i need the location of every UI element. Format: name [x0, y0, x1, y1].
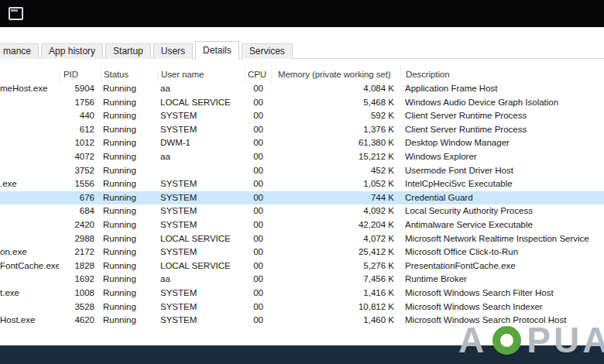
cell-user: SYSTEM	[158, 218, 245, 232]
cell-user: aa	[158, 150, 245, 164]
cell-memory: 744 K	[271, 191, 400, 205]
cell-pid: 1012	[59, 136, 101, 150]
cell-description: Client Server Runtime Process	[400, 123, 604, 137]
tab-services[interactable]: Services	[242, 43, 293, 59]
cell-name: Host.exe	[0, 314, 59, 328]
cell-memory: 4,084 K	[271, 82, 400, 96]
tab-startup[interactable]: Startup	[105, 43, 151, 59]
table-row[interactable]: 684RunningSYSTEM004,092 KLocal Security …	[0, 204, 604, 218]
cell-name: .exe	[0, 177, 59, 191]
cell-pid: 5904	[59, 82, 101, 96]
watermark-letter-a: A	[458, 319, 487, 361]
table-row[interactable]: 1012RunningDWM-10061,380 KDesktop Window…	[0, 136, 604, 150]
column-header-description[interactable]: Description	[400, 67, 604, 82]
cell-cpu: 00	[245, 204, 271, 218]
table-row[interactable]: 676RunningSYSTEM00744 KCredential Guard	[0, 191, 604, 205]
column-header-user-name[interactable]: User name	[158, 67, 245, 82]
column-header-memory[interactable]: Memory (private working set)	[271, 67, 400, 82]
cell-description: Microsoft Office Click-to-Run	[400, 246, 604, 259]
table-row[interactable]: 2420RunningSYSTEM0042,204 KAntimalware S…	[0, 218, 604, 232]
cell-description: Desktop Window Manager	[400, 136, 604, 150]
tab-app-history[interactable]: App history	[41, 43, 103, 59]
column-header-status[interactable]: Status	[101, 67, 158, 82]
cell-memory: 61,380 K	[271, 136, 400, 150]
cell-name	[0, 232, 59, 246]
column-header-pid[interactable]: PID	[59, 67, 101, 82]
cell-user: LOCAL SERVICE	[158, 232, 245, 246]
cell-user: SYSTEM	[158, 287, 245, 300]
cell-user: SYSTEM	[158, 191, 245, 205]
cell-pid: 1756	[59, 96, 101, 110]
cell-name	[0, 273, 59, 287]
cell-cpu: 00	[245, 232, 271, 246]
appuals-watermark: A PUA	[458, 319, 604, 361]
table-row[interactable]: 3752Running00452 KUsermode Font Driver H…	[0, 164, 604, 178]
cell-user: SYSTEM	[158, 314, 245, 328]
table-row[interactable]: 4072Runningaa0015,212 KWindows Explorer	[0, 150, 604, 164]
tab-details[interactable]: Details	[195, 41, 239, 60]
cell-cpu: 00	[245, 300, 271, 314]
table-row[interactable]: 1692Runningaa007,456 KRuntime Broker	[0, 273, 604, 287]
cell-user: LOCAL SERVICE	[158, 259, 245, 273]
cell-pid: 3528	[59, 300, 101, 314]
cell-memory: 4,092 K	[271, 204, 400, 218]
tab-mance[interactable]: mance	[0, 43, 39, 59]
cell-cpu: 00	[245, 82, 271, 96]
cell-user: SYSTEM	[158, 204, 245, 218]
cell-user: SYSTEM	[158, 300, 245, 314]
cell-pid: 4072	[59, 150, 101, 164]
table-row[interactable]: on.exe2172RunningSYSTEM0025,412 KMicroso…	[0, 246, 604, 259]
cell-description: Microsoft Windows Search Indexer	[400, 300, 604, 314]
cell-user: DWM-1	[158, 136, 245, 150]
cell-cpu: 00	[245, 259, 271, 273]
cell-memory: 7,456 K	[271, 273, 400, 287]
table-row[interactable]: FontCache.exe1828RunningLOCAL SERVICE005…	[0, 259, 604, 273]
cell-pid: 2988	[59, 232, 101, 246]
cell-memory: 5,468 K	[271, 96, 400, 110]
tab-users[interactable]: Users	[153, 43, 193, 59]
cell-user: LOCAL SERVICE	[158, 96, 245, 110]
cell-cpu: 00	[245, 273, 271, 287]
cell-cpu: 00	[245, 314, 271, 328]
table-row[interactable]: 440RunningSYSTEM00592 KClient Server Run…	[0, 109, 604, 123]
cell-name: on.exe	[0, 246, 59, 259]
table-row[interactable]: t.exe1008RunningSYSTEM001,416 KMicrosoft…	[0, 287, 604, 300]
cell-name: FontCache.exe	[0, 259, 59, 273]
cell-memory: 1,052 K	[271, 177, 400, 191]
cell-name	[0, 150, 59, 164]
cell-cpu: 00	[245, 287, 271, 300]
cell-name: meHost.exe	[0, 82, 59, 96]
cell-description: Application Frame Host	[400, 82, 604, 96]
cell-memory: 1,460 K	[271, 314, 400, 328]
cell-status: Running	[101, 232, 158, 246]
cell-pid: 1692	[59, 273, 101, 287]
appuals-logo-icon	[492, 326, 521, 355]
cell-user: SYSTEM	[158, 123, 245, 137]
cell-pid: 4620	[59, 314, 101, 328]
cell-cpu: 00	[245, 150, 271, 164]
cell-name	[0, 123, 59, 137]
column-header-cpu[interactable]: CPU	[245, 67, 271, 82]
cell-cpu: 00	[245, 246, 271, 259]
cell-pid: 3752	[59, 164, 101, 178]
table-row[interactable]: 1756RunningLOCAL SERVICE005,468 KWindows…	[0, 96, 604, 110]
cell-memory: 5,276 K	[271, 259, 400, 273]
table-row[interactable]: 612RunningSYSTEM001,376 KClient Server R…	[0, 123, 604, 137]
cell-description: Usermode Font Driver Host	[400, 164, 604, 178]
cell-user: SYSTEM	[158, 246, 245, 259]
cell-memory: 452 K	[271, 164, 400, 178]
cell-user: SYSTEM	[158, 109, 245, 123]
cell-name	[0, 164, 59, 178]
cell-memory: 592 K	[271, 109, 400, 123]
table-row[interactable]: 3528RunningSYSTEM0010,812 KMicrosoft Win…	[0, 300, 604, 314]
table-row[interactable]: meHost.exe5904Runningaa004,084 KApplicat…	[0, 82, 604, 96]
column-header-name[interactable]	[0, 67, 59, 82]
cell-memory: 10,812 K	[271, 300, 400, 314]
cell-cpu: 00	[245, 136, 271, 150]
cell-memory: 15,212 K	[271, 150, 400, 164]
table-row[interactable]: 2988RunningLOCAL SERVICE004,072 KMicroso…	[0, 232, 604, 246]
cell-name	[0, 300, 59, 314]
cell-name	[0, 204, 59, 218]
cell-cpu: 00	[245, 218, 271, 232]
table-row[interactable]: .exe1556RunningSYSTEM001,052 KIntelCpHec…	[0, 177, 604, 191]
